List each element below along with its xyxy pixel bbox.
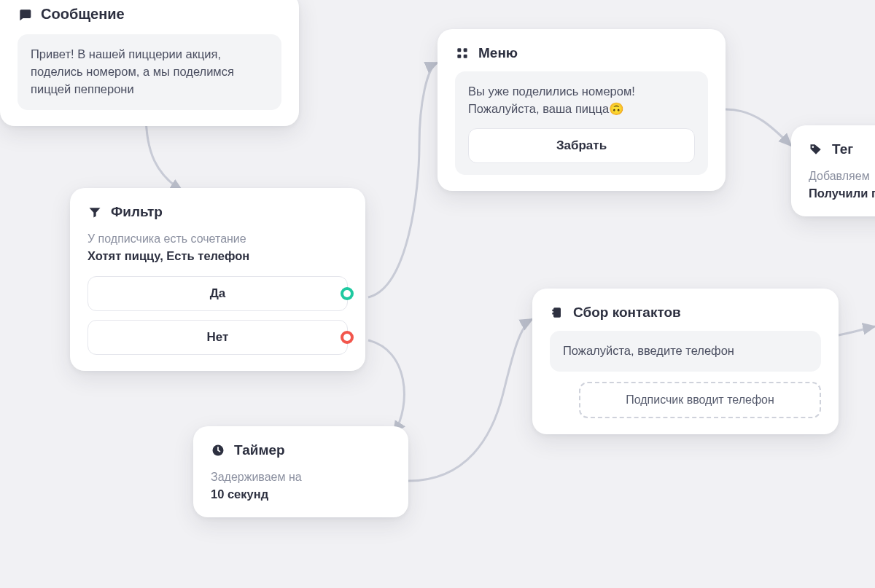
filter-icon [88, 205, 102, 219]
node-filter-title: Фильтр [111, 204, 163, 220]
node-menu-body: Вы уже поделились номером! Пожалуйста, в… [468, 83, 695, 118]
node-message[interactable]: Сообщение Привет! В нашей пиццерии акция… [0, 0, 299, 126]
filter-yes-label: Да [210, 286, 226, 300]
node-timer-subtitle: Задерживаем на [211, 469, 391, 486]
svg-point-5 [812, 146, 814, 148]
svg-rect-1 [464, 48, 467, 52]
node-collect-contacts[interactable]: Сбор контактов Пожалуйста, введите телеф… [532, 289, 839, 434]
menu-grid-icon [455, 46, 470, 60]
filter-yes-button[interactable]: Да [88, 276, 348, 311]
node-menu[interactable]: Меню Вы уже поделились номером! Пожалуйс… [438, 29, 726, 191]
node-tag-value: Получили пи [809, 187, 875, 200]
message-icon [18, 7, 32, 22]
contacts-icon [550, 305, 564, 320]
node-timer-value: 10 секунд [211, 487, 391, 501]
port-filter-no[interactable] [341, 331, 354, 344]
node-filter-subtitle: У подписчика есть сочетание [88, 230, 348, 248]
node-tag-subtitle: Добавляем [809, 168, 875, 185]
node-message-title: Сообщение [41, 6, 125, 23]
svg-rect-2 [457, 55, 461, 58]
node-message-header: Сообщение [18, 6, 281, 23]
node-tag-title: Тег [832, 141, 853, 157]
node-timer-title: Таймер [234, 442, 285, 458]
node-filter-condition: Хотят пиццу, Есть телефон [88, 249, 348, 263]
filter-no-label: Нет [207, 330, 229, 344]
node-menu-title: Меню [478, 45, 518, 61]
node-menu-header: Меню [455, 45, 708, 61]
node-tag[interactable]: Тег Добавляем Получили пи [791, 125, 875, 216]
flow-canvas[interactable]: Сообщение Привет! В нашей пиццерии акция… [0, 0, 875, 588]
node-collect-action: Подписчик вводит телефон [579, 382, 821, 418]
port-filter-yes[interactable] [341, 287, 354, 300]
filter-no-button[interactable]: Нет [88, 320, 348, 355]
menu-pickup-button[interactable]: Забрать [468, 128, 695, 163]
clock-icon [211, 443, 225, 458]
node-message-body: Привет! В нашей пиццерии акция, поделись… [18, 34, 281, 110]
node-timer-header: Таймер [211, 442, 391, 458]
node-collect-prompt: Пожалуйста, введите телефон [550, 331, 821, 372]
node-filter[interactable]: Фильтр У подписчика есть сочетание Хотят… [70, 188, 365, 371]
node-collect-header: Сбор контактов [550, 305, 821, 321]
node-filter-header: Фильтр [88, 204, 348, 220]
tag-icon [809, 142, 823, 157]
node-menu-inner: Вы уже поделились номером! Пожалуйста, в… [455, 71, 708, 175]
svg-rect-0 [457, 48, 461, 52]
node-collect-title: Сбор контактов [573, 305, 681, 321]
node-timer[interactable]: Таймер Задерживаем на 10 секунд [193, 426, 408, 517]
svg-rect-3 [464, 55, 467, 58]
node-tag-header: Тег [809, 141, 875, 157]
